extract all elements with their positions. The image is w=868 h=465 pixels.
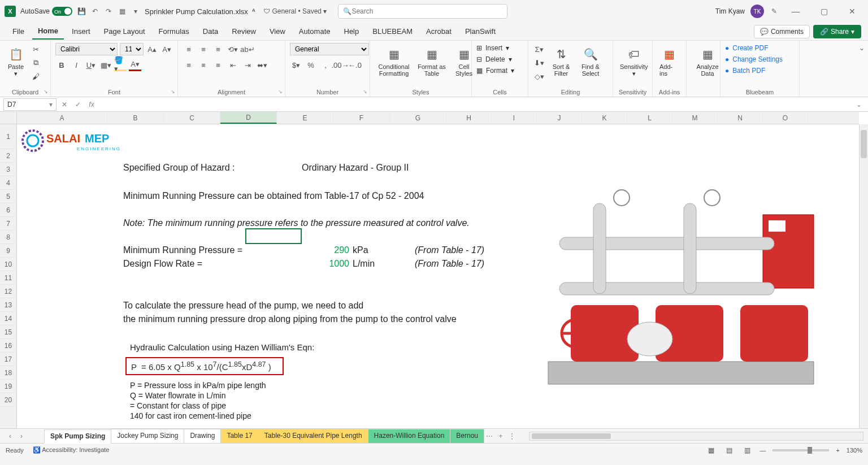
insert-button[interactable]: ⊞Insert ▾ [476, 43, 509, 53]
currency-icon[interactable]: $▾ [290, 59, 302, 71]
format-painter-icon[interactable]: 🖌 [29, 70, 42, 82]
cell-hydraulic-title[interactable]: Hydraulic Calculation using Hazen Willia… [130, 342, 314, 352]
row-header-20[interactable]: 20 [0, 393, 16, 407]
tab-help[interactable]: Help [338, 24, 365, 39]
sensitivity-button[interactable]: 🏷Sensitivity▾ [618, 43, 650, 80]
tab-view[interactable]: View [264, 24, 291, 39]
row-header-11[interactable]: 11 [0, 271, 16, 285]
tab-formulas[interactable]: Formulas [153, 24, 195, 39]
normal-view-icon[interactable]: ▦ [705, 446, 717, 455]
row-header-8[interactable]: 8 [0, 231, 16, 244]
cancel-formula-icon[interactable]: ✕ [59, 99, 70, 110]
indent-increase-icon[interactable]: ⇥ [241, 59, 254, 71]
save-icon[interactable]: 💾 [77, 7, 86, 16]
orientation-icon[interactable]: ⟲▾ [227, 43, 239, 55]
scrollbar-thumb[interactable] [532, 433, 611, 439]
grid-content[interactable]: SALAI MEP ENGINEERING Specified Group of… [17, 124, 859, 428]
row-header-4[interactable]: 4 [0, 176, 16, 190]
col-header-C[interactable]: C [164, 112, 220, 124]
privacy-label[interactable]: 🛡 General • Saved ▾ [263, 7, 327, 15]
cell-flow-label[interactable]: Design Flow Rate = [123, 259, 202, 269]
status-accessibility[interactable]: ♿ Accessibility: Investigate [33, 446, 110, 454]
zoom-out-button[interactable]: — [760, 447, 766, 454]
cell-flow-val[interactable]: 1000 [326, 259, 349, 269]
col-header-E[interactable]: E [277, 112, 333, 124]
col-header-F[interactable]: F [333, 112, 390, 124]
wrap-text-icon[interactable]: ab↵ [241, 43, 254, 55]
row-header-17[interactable]: 17 [0, 353, 16, 366]
sheet-tab-more[interactable]: ⋯ [484, 431, 495, 442]
row-header-13[interactable]: 13 [0, 298, 16, 312]
col-header-B[interactable]: B [107, 112, 164, 124]
sheet-tab-spk-pump-sizing[interactable]: Spk Pump Sizing [44, 429, 111, 444]
delete-button[interactable]: ⊟Delete ▾ [476, 54, 512, 64]
qat-icon[interactable]: ▦ [118, 7, 127, 16]
sheet-tab-hazen-willion-equation[interactable]: Hazen-Willion Equation [368, 429, 451, 443]
shrink-font-icon[interactable]: A▾ [160, 43, 173, 55]
sheet-tab-options[interactable]: ⋮ [506, 431, 518, 442]
tab-page-layout[interactable]: Page Layout [98, 24, 151, 39]
fill-icon[interactable]: ⬇▾ [533, 57, 545, 69]
zoom-slider[interactable] [772, 449, 829, 451]
analyze-button[interactable]: ▦Analyze Data [691, 43, 724, 79]
create-pdf-button[interactable]: ●Create PDF [725, 43, 769, 53]
row-header-18[interactable]: 18 [0, 366, 16, 380]
copy-icon[interactable]: ⧉ [29, 57, 42, 69]
increase-decimal-icon[interactable]: .00→ [334, 59, 346, 71]
grow-font-icon[interactable]: A▴ [146, 43, 158, 55]
row-header-3[interactable]: 3 [0, 163, 16, 176]
page-layout-icon[interactable]: ▤ [723, 446, 735, 455]
tab-bluebeam[interactable]: BLUEBEAM [367, 24, 418, 39]
select-all-corner[interactable] [0, 112, 16, 124]
align-center-icon[interactable]: ≡ [197, 59, 210, 71]
dialog-launcher-icon[interactable]: ↘ [278, 89, 283, 94]
number-format-select[interactable]: General [290, 43, 369, 55]
page-break-icon[interactable]: ▥ [741, 446, 753, 455]
fx-icon[interactable]: fx [86, 99, 97, 110]
comma-icon[interactable]: , [319, 59, 332, 71]
vertical-scrollbar[interactable] [859, 124, 868, 428]
horizontal-scrollbar[interactable] [529, 432, 863, 441]
border-icon[interactable]: ▦▾ [99, 59, 112, 71]
fill-color-icon[interactable]: 🪣▾ [114, 59, 127, 71]
new-sheet-button[interactable]: + [495, 431, 506, 442]
row-header-2[interactable]: 2 [0, 149, 16, 163]
cell-legend-q[interactable]: Q = Water flowrate in L/min [130, 391, 225, 400]
zoom-level[interactable]: 130% [847, 447, 862, 454]
col-header-M[interactable]: M [672, 112, 718, 124]
tab-file[interactable]: File [7, 24, 30, 39]
row-header-10[interactable]: 10 [0, 258, 16, 271]
scrollbar-thumb[interactable] [861, 130, 867, 158]
cell-flow-ref[interactable]: (From Table - 17) [415, 259, 484, 269]
user-name[interactable]: Tim Kyaw [715, 7, 745, 15]
row-header-1[interactable]: 1 [0, 124, 16, 149]
cell-legend-c2[interactable]: 140 for cast iron cement-lined pipe [130, 411, 251, 420]
find-select-button[interactable]: 🔍Find & Select [577, 43, 604, 79]
dialog-launcher-icon[interactable]: ↘ [44, 89, 48, 94]
align-middle-icon[interactable]: ≡ [197, 43, 210, 55]
col-header-G[interactable]: G [390, 112, 446, 124]
cell-legend-p[interactable]: P = Pressure loss in kPa/m pipe length [130, 381, 266, 390]
clear-icon[interactable]: ◇▾ [533, 70, 545, 82]
col-header-I[interactable]: I [492, 112, 537, 124]
collapse-ribbon-icon[interactable]: ⌄ [856, 41, 868, 97]
col-header-D[interactable]: D [220, 112, 277, 124]
undo-icon[interactable]: ↶ [90, 7, 99, 16]
toggle-switch[interactable]: On [52, 7, 72, 16]
cell-min-pressure-label[interactable]: Minimum Running Pressure = [123, 245, 242, 255]
cell-min-pressure-unit[interactable]: kPa [353, 245, 368, 255]
indent-decrease-icon[interactable]: ⇤ [227, 59, 239, 71]
user-avatar[interactable]: TK [750, 5, 764, 18]
percent-icon[interactable]: % [305, 59, 317, 71]
italic-button[interactable]: I [70, 59, 83, 71]
col-header-N[interactable]: N [718, 112, 763, 124]
decrease-decimal-icon[interactable]: ←.0 [349, 59, 361, 71]
cell-legend-c[interactable]: = Constant for class of pipe [130, 401, 226, 410]
font-name-select[interactable]: Calibri [55, 43, 118, 55]
expand-formula-icon[interactable]: ⌄ [853, 99, 865, 110]
tab-automate[interactable]: Automate [293, 24, 336, 39]
row-header-15[interactable]: 15 [0, 325, 16, 339]
sort-filter-button[interactable]: ⇅Sort & Filter [548, 43, 575, 79]
close-button[interactable]: ✕ [841, 2, 863, 20]
cell-calc-line2[interactable]: the minimum running pressure drop along … [123, 314, 457, 324]
